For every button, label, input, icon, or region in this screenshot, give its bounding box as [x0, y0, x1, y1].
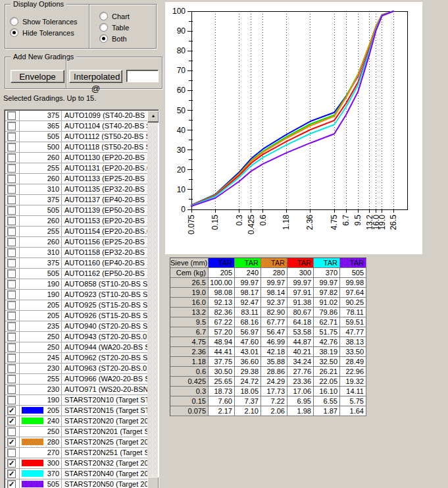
grading-name: AUTO1112 (ST50-20-BS S10 [62, 132, 147, 142]
grading-row[interactable]: 260AUTO1130 (EP20-20-BS S10 [5, 153, 147, 163]
grading-row[interactable]: 190AUTO858 (ST10-20-BS S10- [5, 279, 147, 290]
grading-row[interactable]: ✓280STARST20N25 (Target 20m [5, 437, 147, 448]
grading-row[interactable]: 230AUTO963 (ST20-20-BS.02 S [5, 364, 147, 374]
grading-row[interactable]: ✓370STARST20N40 (Target 20m [5, 469, 147, 479]
grading-row[interactable]: 255AUTO1131 (EP20-20-BS.02 [5, 163, 147, 174]
tolerance-radio-option[interactable]: Show Tolerances [10, 16, 78, 27]
table-value-cell: 34.24 [287, 357, 314, 367]
grading-row[interactable]: 365AUTO1104 (ST40-20-BS S12 [5, 121, 147, 132]
view-radio-option[interactable]: Both [99, 33, 130, 44]
grading-checkbox[interactable] [7, 354, 16, 362]
grading-checkbox[interactable] [7, 375, 16, 383]
grading-checkbox[interactable] [7, 448, 16, 457]
grading-name: AUTO926 (ST15-20-BS S12- [62, 311, 147, 321]
grading-row[interactable]: 260AUTO1153 (EP20-20-BS S12 [5, 216, 147, 227]
grading-checkbox[interactable] [7, 185, 16, 194]
grading-row[interactable]: 250AUTO944 (WA20-20-BS S10 [5, 342, 147, 353]
grading-row[interactable]: 250AUTO943 (ST20-20-BS.05 S [5, 332, 147, 342]
grading-row[interactable]: 260AUTO1133 (EP25-20-BS S10 [5, 174, 147, 184]
table-row: 6.757.2056.9756.4753.5851.7547.77 [170, 327, 366, 337]
grading-row[interactable]: 310AUTO1135 (EP32-20-BS S10 [5, 184, 147, 195]
tolerance-radio-option[interactable]: Hide Tolerances [10, 27, 78, 38]
table-value-cell: 28.86 [261, 367, 287, 377]
grading-row[interactable]: 190STARST20N10 (Target ST 2 [5, 395, 147, 406]
grading-checkbox[interactable] [7, 290, 16, 299]
scrollbar-thumb[interactable] [147, 477, 159, 488]
grading-checkbox[interactable]: ✓ [7, 438, 16, 447]
view-radio-option[interactable]: Chart [99, 11, 130, 22]
grading-row[interactable]: 245AUTO962 (ST20-20-BS S12- [5, 353, 147, 364]
grading-row[interactable]: 375AUTO1099 (ST40-20-BS S10 [5, 111, 147, 121]
scroll-up-button[interactable]: ▲ [147, 111, 159, 122]
envelope-button[interactable]: Envelope [11, 70, 64, 83]
grading-row[interactable]: 505AUTO1162 (EP50-20-BS S12 [5, 269, 147, 279]
grading-row[interactable]: 250STARST20N201 (Target ST [5, 427, 147, 437]
grading-row[interactable]: 205AUTO926 (ST15-20-BS S12- [5, 311, 147, 321]
grading-checkbox[interactable] [7, 122, 16, 130]
table-value-cell: 1.87 [314, 406, 340, 416]
radio-button-icon [99, 23, 108, 32]
grading-checkbox[interactable] [7, 196, 16, 204]
grading-cem-value: 205 [47, 300, 59, 310]
grading-row[interactable]: 230AUTO971 (WS20-20-BSN S1 [5, 385, 147, 395]
grading-checkbox[interactable] [7, 259, 16, 267]
grading-checkbox[interactable]: ✓ [7, 470, 16, 478]
grading-row[interactable]: ✓240STARST20N20 (Target 20m [5, 416, 147, 427]
table-value-cell: 38.13 [340, 337, 366, 347]
grading-checkbox[interactable] [7, 343, 16, 352]
grading-row[interactable]: 260AUTO1156 (EP25-20-BS S12 [5, 237, 147, 248]
grading-checkbox[interactable] [7, 164, 16, 173]
grading-checkbox[interactable] [7, 427, 16, 436]
grading-cem-value: 310 [47, 248, 59, 258]
grading-row[interactable]: 310AUTO1158 (EP32-20-BS S12 [5, 248, 147, 258]
grading-row[interactable]: 235AUTO940 (ST20-20-BS S10- [5, 321, 147, 332]
view-radio-option[interactable]: Table [99, 22, 130, 33]
grading-checkbox[interactable] [7, 175, 16, 183]
grading-row[interactable]: 270STARST20N251 (Target ST [5, 448, 147, 458]
grading-row[interactable]: 255AUTO1154 (EP20-20-BS.02 [5, 227, 147, 237]
grading-mid-cell: 280 [20, 437, 62, 447]
interpolated-button[interactable]: Interpolated @ [69, 70, 122, 83]
interpolated-value-input[interactable] [126, 70, 159, 82]
grading-row[interactable]: 505AUTO1112 (ST50-20-BS S10 [5, 132, 147, 142]
grading-checkbox[interactable] [7, 217, 16, 225]
grading-row[interactable]: ✓505STARST20N50 (Target 20m [5, 479, 147, 488]
grading-checkbox[interactable] [7, 301, 16, 310]
grading-checkbox[interactable]: ✓ [7, 459, 16, 468]
grading-name: STARST20N25 (Target 20m [62, 437, 147, 447]
grading-row[interactable]: 205AUTO925 (ST15-20-BS S10- [5, 300, 147, 311]
grading-row[interactable]: 375AUTO1160 (EP40-20-BS S12 [5, 258, 147, 269]
grading-row[interactable]: 190AUTO923 (ST10-20-BS S12- [5, 290, 147, 300]
grading-row[interactable]: 505AUTO1139 (EP50-20-BS S10 [5, 205, 147, 216]
grading-checkbox[interactable] [7, 333, 16, 341]
vertical-scrollbar[interactable]: ▲ [147, 111, 158, 488]
grading-row[interactable]: 255AUTO966 (WA20-20-BS S12 [5, 374, 147, 385]
grading-checkbox[interactable] [7, 248, 16, 257]
grading-checkbox-cell [5, 248, 20, 258]
grading-checkbox[interactable] [7, 111, 16, 120]
gradings-listbox[interactable]: 375AUTO1099 (ST40-20-BS S10365AUTO1104 (… [4, 109, 159, 488]
grading-mid-cell: 245 [20, 353, 62, 363]
grading-checkbox[interactable] [7, 143, 16, 151]
grading-checkbox[interactable] [7, 238, 16, 246]
view-radio-label: Chart [112, 13, 130, 20]
grading-checkbox[interactable] [7, 153, 16, 162]
grading-checkbox[interactable]: ✓ [7, 406, 16, 415]
grading-row[interactable]: ✓300STARST20N32 (Target 20m [5, 458, 147, 469]
grading-checkbox[interactable] [7, 132, 16, 141]
grading-row[interactable]: ✓205STARST20N15 (Target ST 2 [5, 406, 147, 416]
grading-checkbox[interactable] [7, 312, 16, 320]
grading-checkbox[interactable] [7, 364, 16, 373]
grading-checkbox[interactable]: ✓ [7, 480, 16, 488]
grading-checkbox[interactable]: ✓ [7, 417, 16, 425]
grading-mid-cell: 505 [20, 269, 62, 279]
grading-checkbox[interactable] [7, 206, 16, 215]
grading-checkbox[interactable] [7, 396, 16, 404]
grading-checkbox[interactable] [7, 385, 16, 394]
grading-checkbox[interactable] [7, 269, 16, 278]
grading-row[interactable]: 375AUTO1137 (EP40-20-BS S10 [5, 195, 147, 205]
grading-row[interactable]: 500AUTO1118 (ST50-20-BS S12 [5, 142, 147, 153]
grading-checkbox[interactable] [7, 280, 16, 288]
grading-checkbox[interactable] [7, 322, 16, 331]
grading-checkbox[interactable] [7, 227, 16, 236]
